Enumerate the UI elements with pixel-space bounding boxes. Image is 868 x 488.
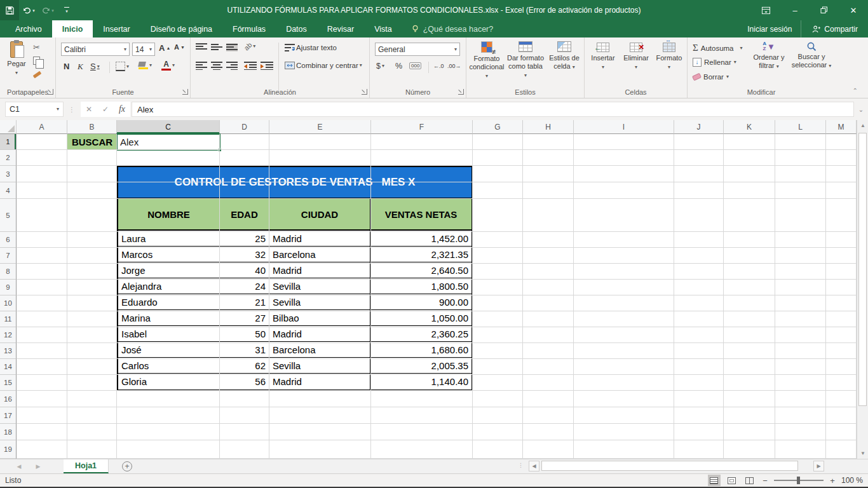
column-header-D[interactable]: D	[220, 120, 269, 134]
cell-ciudad[interactable]: Madrid	[269, 262, 370, 278]
ribbon-tab[interactable]: Archivo	[5, 20, 52, 37]
hscroll-splitter[interactable]: ⋮	[518, 462, 524, 468]
undo-caret[interactable]: ▾	[32, 8, 35, 13]
cell-nombre[interactable]: Jorge	[118, 262, 220, 278]
scroll-right-arrow[interactable]: ▶	[813, 461, 824, 471]
scroll-down-arrow[interactable]: ▼	[857, 448, 868, 459]
conditional-formatting-button[interactable]: ≠ Formato condicional ▾	[468, 41, 505, 79]
cell-ciudad[interactable]: Sevilla	[269, 358, 370, 374]
font-size-select[interactable]: 14▾	[132, 43, 155, 56]
ribbon-tab[interactable]: Datos	[276, 20, 317, 37]
cell-edad[interactable]: 24	[220, 278, 269, 294]
clipboard-dialog-launcher[interactable]	[48, 89, 53, 95]
tell-me-box[interactable]: ¿Qué desea hacer?	[411, 20, 494, 37]
italic-button[interactable]: K	[78, 62, 83, 72]
row-header-18[interactable]: 18	[0, 424, 17, 440]
delete-cells-button[interactable]: ✕ Eliminar▾	[620, 43, 652, 71]
cell-edad[interactable]: 32	[220, 247, 269, 262]
clear-button[interactable]: Borrar▾	[693, 73, 729, 81]
cell-edad[interactable]: 31	[220, 342, 269, 358]
cut-button[interactable]: ✂	[33, 43, 40, 52]
autosum-button[interactable]: ΣAutosuma▾	[693, 43, 743, 53]
column-header-H[interactable]: H	[523, 120, 574, 134]
row-header-15[interactable]: 15	[0, 375, 17, 391]
insert-function-button[interactable]: fx	[114, 102, 130, 117]
cell-edad[interactable]: 50	[220, 326, 269, 342]
number-format-select[interactable]: General▾	[375, 43, 460, 56]
row-header-19[interactable]: 19	[0, 440, 17, 459]
ribbon-tab[interactable]: Vista	[364, 20, 402, 37]
column-header-K[interactable]: K	[724, 120, 775, 134]
wrap-text-button[interactable]: Ajustar texto	[285, 44, 337, 51]
enter-button[interactable]: ✓	[97, 102, 114, 117]
expand-formula-bar-button[interactable]: ⌄	[854, 106, 868, 113]
column-header-B[interactable]: B	[67, 120, 117, 134]
page-layout-view-button[interactable]	[726, 475, 738, 486]
cell-ventas[interactable]: 2,321.35	[370, 247, 471, 262]
align-left-icon[interactable]	[196, 62, 207, 70]
sheet-tab-hoja1[interactable]: Hoja1	[64, 459, 109, 473]
row-header-16[interactable]: 16	[0, 391, 17, 407]
cell-nombre[interactable]: Carlos	[118, 358, 220, 374]
cell-ventas[interactable]: 2,005.35	[370, 358, 471, 374]
increase-indent-icon[interactable]	[261, 62, 273, 70]
format-painter-button[interactable]	[33, 73, 41, 76]
cell-ciudad[interactable]: Madrid	[269, 374, 370, 390]
merge-center-button[interactable]: Combinar y centrar▾	[285, 62, 362, 69]
close-button[interactable]: ✕	[839, 0, 868, 20]
decrease-indent-icon[interactable]	[244, 62, 257, 70]
sign-in-link[interactable]: Iniciar sesión	[747, 25, 792, 34]
cell-ventas[interactable]: 1,050.00	[370, 310, 471, 326]
cell-ciudad[interactable]: Bilbao	[269, 310, 370, 326]
insert-cells-button[interactable]: ← Insertar▾	[587, 43, 619, 71]
bold-button[interactable]: N	[64, 62, 69, 71]
cell-edad[interactable]: 27	[220, 310, 269, 326]
customize-qat-button[interactable]: ▾	[57, 0, 76, 20]
cell-B1-buscar-label[interactable]: BUSCAR	[67, 134, 117, 150]
name-box-splitter[interactable]: ⋮	[69, 106, 76, 113]
column-header-F[interactable]: F	[371, 120, 473, 134]
normal-view-button[interactable]	[708, 475, 721, 486]
cell-edad[interactable]: 62	[220, 358, 269, 374]
horizontal-scrollbar[interactable]	[540, 461, 807, 471]
ribbon-tab[interactable]: Insertar	[93, 20, 140, 37]
fill-button[interactable]: ↓Rellenar▾	[693, 58, 736, 67]
cell-nombre[interactable]: Isabel	[118, 326, 220, 342]
cell-ciudad[interactable]: Barcelona	[269, 342, 370, 358]
row-header-10[interactable]: 10	[0, 295, 17, 311]
cancel-button[interactable]: ✕	[81, 102, 97, 117]
cell-styles-button[interactable]: Estilos de celda ▾	[546, 41, 583, 71]
redo-button[interactable]: ▾	[38, 0, 57, 20]
vertical-scroll-thumb[interactable]	[858, 133, 867, 406]
cell-ciudad[interactable]: Barcelona	[269, 247, 370, 262]
column-header-A[interactable]: A	[17, 120, 67, 134]
ribbon-tab[interactable]: Fórmulas	[222, 20, 276, 37]
cells-area[interactable]: BUSCAR Alex CONTROL DE GESTORES DE VENTA…	[17, 134, 857, 459]
format-cells-button[interactable]: ↔ Formato▾	[653, 43, 685, 71]
borders-button[interactable]: ▾	[116, 62, 129, 71]
row-header-4[interactable]: 4	[0, 182, 17, 199]
increase-decimal-button[interactable]: ←.0	[433, 63, 444, 69]
align-center-icon[interactable]	[211, 62, 222, 70]
zoom-slider[interactable]	[774, 480, 824, 481]
name-box[interactable]: C1▾	[5, 102, 64, 117]
row-header-5[interactable]: 5	[0, 199, 17, 232]
save-button[interactable]	[0, 0, 19, 20]
align-middle-icon[interactable]	[211, 43, 222, 51]
copy-button[interactable]: ▾	[33, 57, 44, 65]
cell-edad[interactable]: 25	[220, 231, 269, 247]
alignment-dialog-launcher[interactable]	[362, 89, 367, 95]
table-header-cell[interactable]: NOMBRE	[118, 199, 220, 229]
scroll-up-arrow[interactable]: ▲	[857, 120, 868, 131]
row-header-8[interactable]: 8	[0, 264, 17, 280]
column-header-G[interactable]: G	[473, 120, 523, 134]
underline-button[interactable]: S▾	[90, 62, 100, 71]
format-as-table-button[interactable]: Dar formato como tabla ▾	[506, 41, 545, 79]
cell-nombre[interactable]: Gloria	[118, 374, 220, 390]
row-header-6[interactable]: 6	[0, 232, 17, 248]
orientation-button[interactable]: ab▾	[244, 43, 255, 50]
select-all-corner[interactable]	[0, 120, 17, 134]
row-header-14[interactable]: 14	[0, 359, 17, 375]
number-dialog-launcher[interactable]	[458, 89, 464, 95]
cell-ciudad[interactable]: Madrid	[269, 231, 370, 247]
